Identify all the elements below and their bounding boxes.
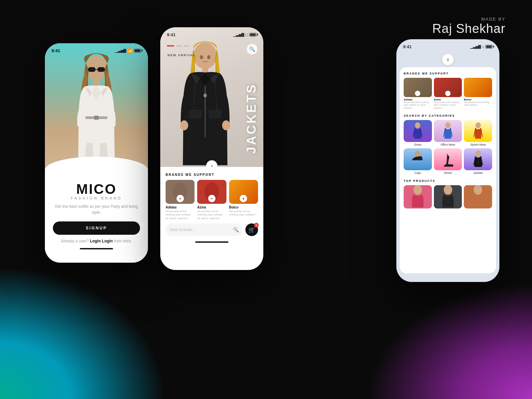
svg-rect-25	[444, 166, 453, 167]
svg-point-29	[414, 185, 422, 195]
phone3-categories-title: SEARCH BY CATEGORIES	[404, 114, 492, 117]
category-shoes[interactable]: Shoes	[434, 148, 462, 175]
phone3-aziva-img	[434, 78, 462, 97]
phone3-down-btn[interactable]: ∨	[442, 54, 454, 65]
svg-point-15	[180, 120, 188, 130]
search-placeholder-text: New Arrivals...	[170, 227, 195, 232]
login-link-clickable[interactable]: Login	[102, 239, 113, 243]
p3-aziva-name: Aziva	[434, 98, 462, 101]
category-office-wear[interactable]: Office Wear	[434, 120, 462, 146]
top-products-row	[404, 185, 492, 208]
phone3-top-products: TOP PRODUCTS	[404, 179, 492, 208]
phone1-frame: 9:41 ▁▃▅▇ 📶	[45, 43, 148, 263]
adidas-circle	[415, 91, 420, 96]
phone3-brand-botco: Botco We provide all the clothing style …	[464, 78, 492, 109]
svg-rect-2	[88, 67, 95, 72]
phone2-search-icon[interactable]: 🔍	[247, 44, 257, 55]
svg-point-23	[475, 122, 481, 128]
sports-wear-img	[464, 120, 492, 142]
svg-point-33	[474, 185, 482, 195]
phone1-wave	[45, 157, 148, 180]
phone1-login-prompt: Already a user? Login Login from here.	[53, 239, 140, 243]
svg-point-8	[200, 55, 203, 59]
office-wear-label: Office Wear	[434, 143, 462, 146]
botco-desc: We provide all the clothing style suitab…	[229, 210, 258, 217]
phone2-new-arrival: NEW ARRIVAL	[168, 53, 196, 58]
phone1-status-bar: 9:41 ▁▃▅▇ 📶	[45, 43, 148, 58]
phone3-status-bar: 9:41 ▁▃▅▇ □	[396, 39, 499, 54]
phone2-hero: 9:41 ▁▃▅▇ □ 🔍 NEW ARRIVAL JACKETS	[160, 27, 263, 167]
dot-inactive2	[184, 45, 189, 47]
phone3-categories-section: SEARCH BY CATEGORIES Dress	[404, 114, 492, 175]
phone1-time: 9:41	[52, 48, 60, 53]
search-icon: 🔍	[233, 227, 239, 232]
svg-point-7	[194, 42, 217, 69]
brand-adidas-img: A	[166, 180, 195, 204]
svg-point-9	[207, 55, 210, 59]
brand-aziva: Az Aziva We provide all the clothing sty…	[197, 180, 226, 220]
adidas-logo: A	[177, 195, 184, 202]
product-2[interactable]	[434, 185, 462, 208]
wifi-icon: □	[482, 45, 484, 49]
phone1-bottom-content: MICO FASHION BRAND Get the best outfits …	[45, 180, 148, 255]
phone2-search-container[interactable]: New Arrivals... 🔍	[166, 223, 243, 236]
aziva-logo: Az	[208, 195, 215, 202]
svg-point-12	[203, 93, 207, 97]
phone2-slide-dots	[167, 45, 189, 47]
svg-rect-13	[190, 110, 201, 118]
phone2-status-bar: 9:41 ▁▃▅▇ □	[160, 27, 263, 42]
phone1-status-icons: ▁▃▅▇ 📶	[115, 48, 141, 53]
phone2-home-indicator	[195, 241, 228, 243]
shoes-label: Shoes	[434, 171, 462, 175]
phone3-time: 9:41	[403, 44, 412, 49]
phone2-brands-title: BRANDS WE SUPPORT	[166, 173, 258, 177]
signal-icon: ▁▃▅▇	[115, 49, 126, 53]
caps-img	[404, 148, 432, 170]
p3-adidas-desc: We provide all the clothing style suitab…	[404, 101, 432, 109]
phone1-tagline: FASHION BRAND	[53, 196, 140, 200]
phone2-frame: 9:41 ▁▃▅▇ □ 🔍 NEW ARRIVAL JACKETS	[160, 27, 263, 270]
signup-button[interactable]: SIGNUP	[53, 221, 140, 235]
login-link[interactable]: Login	[90, 239, 101, 243]
product-3[interactable]	[464, 185, 492, 208]
phone3-frame: 9:41 ▁▃▅▇ □ ∨ BRANDS WE SUPPORT Adidas W…	[396, 39, 499, 282]
dress-img	[404, 120, 432, 142]
cart-button[interactable]: 🛒 2	[245, 223, 258, 236]
jackets-label: Jackets	[464, 171, 492, 175]
aziva-circle	[445, 91, 451, 96]
svg-point-21	[415, 122, 420, 128]
botco-name: Botco	[229, 205, 258, 209]
phone3-brands-row: Adidas We provide all the clothing style…	[404, 78, 492, 109]
bg-gradient-purple	[366, 283, 532, 399]
phone2-status-icons: ▁▃▅▇ □	[233, 32, 257, 37]
svg-point-26	[475, 151, 481, 157]
brand-aziva-img: Az	[197, 180, 226, 204]
p3-adidas-name: Adidas	[404, 98, 432, 101]
cart-badge: 2	[254, 223, 259, 227]
category-dress[interactable]: Dress	[404, 120, 432, 146]
already-user-text: Already a user?	[61, 239, 89, 243]
battery-icon	[485, 45, 493, 49]
signal-icon: ▁▃▅▇	[233, 33, 244, 37]
phone2-time: 9:41	[167, 32, 176, 37]
phone3-brand-adidas: Adidas We provide all the clothing style…	[404, 78, 432, 109]
adidas-desc: We provide all the clothing style suitab…	[166, 210, 195, 220]
category-sports-wear[interactable]: Sports Wear	[464, 120, 492, 146]
svg-point-22	[445, 122, 451, 128]
phone3-brands-section: BRANDS WE SUPPORT Adidas We provide all …	[404, 72, 492, 109]
shoes-img	[434, 148, 462, 170]
product-1[interactable]	[404, 185, 432, 208]
bg-gradient-teal	[0, 266, 166, 399]
brand-adidas: A Adidas We provide all the clothing sty…	[166, 180, 195, 220]
aziva-name: Aziva	[197, 205, 226, 209]
top-products-title: TOP PRODUCTS	[404, 179, 492, 183]
phone2-jackets-text: JACKETS	[244, 83, 259, 154]
login-suffix: from here.	[114, 239, 132, 243]
caps-label: Caps	[404, 171, 432, 175]
author-name: Raj Shekhar	[432, 22, 505, 36]
svg-point-31	[444, 185, 452, 195]
category-caps[interactable]: Caps	[404, 148, 432, 175]
dress-label: Dress	[404, 143, 432, 146]
battery-icon	[249, 33, 257, 37]
category-jackets[interactable]: Jackets	[464, 148, 492, 175]
